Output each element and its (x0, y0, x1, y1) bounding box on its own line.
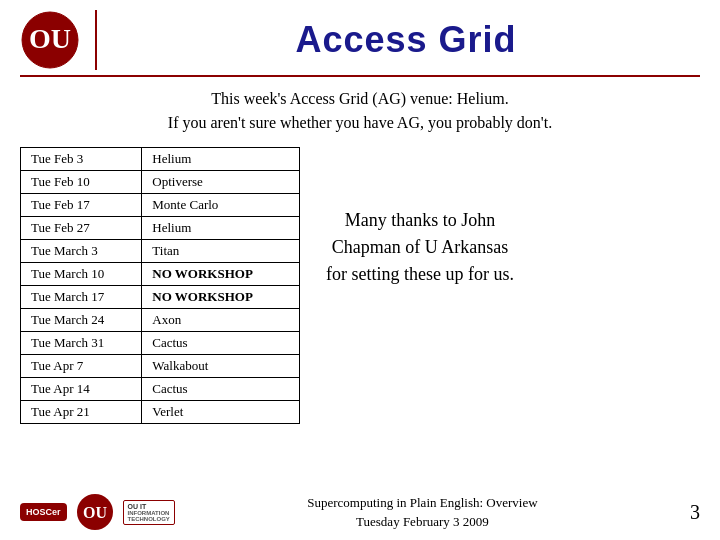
table-row: Tue March 24Axon (21, 309, 300, 332)
table-row: Tue March 3Titan (21, 240, 300, 263)
table-row: Tue Feb 17Monte Carlo (21, 194, 300, 217)
table-cell-venue: Helium (142, 217, 300, 240)
table-cell-date: Tue March 24 (21, 309, 142, 332)
header-rule (20, 75, 700, 77)
ou-logo: OU (20, 10, 80, 70)
table-cell-venue: Walkabout (142, 355, 300, 378)
table-cell-date: Tue Feb 10 (21, 171, 142, 194)
subtitle-line1: This week's Access Grid (AG) venue: Heli… (20, 87, 700, 111)
it-logo: OU IT INFORMATIONTECHNOLOGY (123, 500, 175, 525)
header-divider (95, 10, 97, 70)
table-cell-date: Tue Feb 3 (21, 148, 142, 171)
table-cell-date: Tue March 31 (21, 332, 142, 355)
page-number: 3 (670, 501, 700, 524)
footer: HOSCer OU OU IT INFORMATIONTECHNOLOGY Su… (0, 492, 720, 532)
table-row: Tue Apr 7Walkabout (21, 355, 300, 378)
table-row: Tue Feb 3Helium (21, 148, 300, 171)
table-cell-venue: Helium (142, 148, 300, 171)
table-cell-venue: Axon (142, 309, 300, 332)
footer-text: Supercomputing in Plain English: Overvie… (175, 493, 670, 532)
hoscer-logo: HOSCer (20, 503, 67, 521)
table-cell-date: Tue March 17 (21, 286, 142, 309)
ou-logo-footer: OU (75, 492, 115, 532)
table-row: Tue Feb 27Helium (21, 217, 300, 240)
table-cell-date: Tue Feb 27 (21, 217, 142, 240)
table-row: Tue March 10NO WORKSHOP (21, 263, 300, 286)
table-cell-venue: NO WORKSHOP (142, 286, 300, 309)
table-row: Tue Apr 21Verlet (21, 401, 300, 424)
table-cell-venue: Cactus (142, 378, 300, 401)
table-row: Tue March 31Cactus (21, 332, 300, 355)
footer-subtitle2: Tuesday February 3 2009 (175, 512, 670, 532)
table-row: Tue Apr 14Cactus (21, 378, 300, 401)
schedule-table: Tue Feb 3HeliumTue Feb 10OptiverseTue Fe… (20, 147, 300, 424)
table-cell-date: Tue Apr 7 (21, 355, 142, 378)
table-cell-date: Tue Apr 14 (21, 378, 142, 401)
table-row: Tue Feb 10Optiverse (21, 171, 300, 194)
subtitle-line2: If you aren't sure whether you have AG, … (20, 111, 700, 135)
table-cell-date: Tue Apr 21 (21, 401, 142, 424)
main-content: Tue Feb 3HeliumTue Feb 10OptiverseTue Fe… (0, 147, 720, 424)
table-cell-venue: Monte Carlo (142, 194, 300, 217)
table-cell-venue: Optiverse (142, 171, 300, 194)
table-row: Tue March 17NO WORKSHOP (21, 286, 300, 309)
table-cell-date: Tue Feb 17 (21, 194, 142, 217)
subtitle-block: This week's Access Grid (AG) venue: Heli… (0, 87, 720, 135)
table-cell-venue: Titan (142, 240, 300, 263)
footer-logos: HOSCer OU OU IT INFORMATIONTECHNOLOGY (20, 492, 175, 532)
title-block: Access Grid (112, 19, 700, 61)
table-cell-date: Tue March 10 (21, 263, 142, 286)
table-cell-venue: NO WORKSHOP (142, 263, 300, 286)
table-cell-venue: Cactus (142, 332, 300, 355)
footer-subtitle1: Supercomputing in Plain English: Overvie… (175, 493, 670, 513)
svg-text:OU: OU (29, 23, 71, 54)
table-cell-venue: Verlet (142, 401, 300, 424)
table-cell-date: Tue March 3 (21, 240, 142, 263)
svg-text:OU: OU (83, 504, 107, 521)
page-title: Access Grid (112, 19, 700, 61)
side-note: Many thanks to John Chapman of U Arkansa… (320, 147, 520, 288)
header: OU Access Grid (0, 0, 720, 70)
